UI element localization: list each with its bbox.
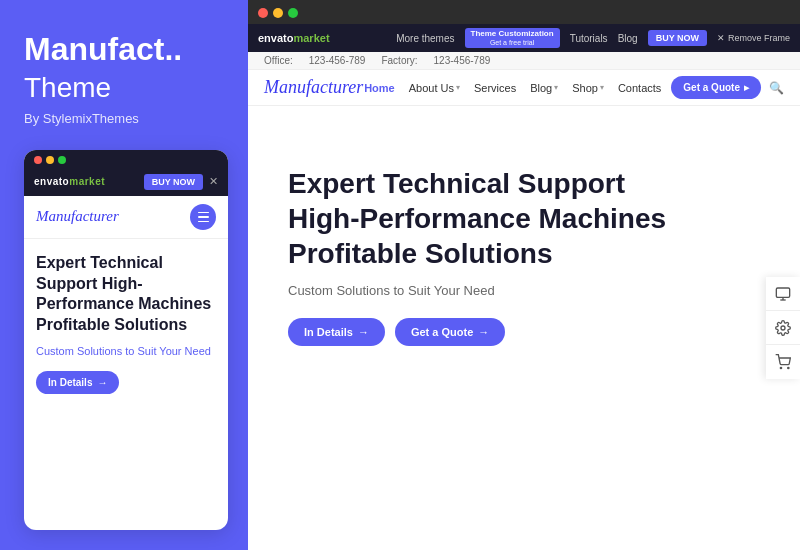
tutorials-link[interactable]: Tutorials [570, 33, 608, 44]
hero-area: Expert Technical Support High-Performanc… [248, 106, 800, 550]
buy-now-button-desktop[interactable]: BUY NOW [648, 30, 707, 46]
nav-about[interactable]: About Us ▾ [409, 82, 460, 94]
office-label: Office: [264, 55, 293, 66]
browser-chrome [248, 0, 800, 24]
mobile-hero-subtitle: Custom Solutions to Suit Your Need [36, 344, 216, 359]
nav-links: Home About Us ▾ Services Blog ▾ Shop ▾ C… [364, 82, 661, 94]
remove-frame-button[interactable]: ✕ Remove Frame [717, 33, 790, 43]
hero-subtitle: Custom Solutions to Suit Your Need [288, 283, 688, 298]
browser-dot-green [288, 8, 298, 18]
buy-now-button-mobile[interactable]: BUY NOW [144, 174, 203, 190]
arrow-icon: → [478, 326, 489, 338]
left-panel: Manufact.. Theme By StylemixThemes envat… [0, 0, 248, 550]
nav-home[interactable]: Home [364, 82, 395, 94]
site-info-bar: Office: 123-456-789 Factory: 123-456-789 [248, 52, 800, 70]
brand-subtitle: Theme [24, 71, 228, 105]
dot-green [58, 156, 66, 164]
nav-blog[interactable]: Blog ▾ [530, 82, 558, 94]
blog-link[interactable]: Blog [618, 33, 638, 44]
hamburger-button[interactable] [190, 204, 216, 230]
svg-rect-0 [776, 288, 789, 297]
dot-yellow [46, 156, 54, 164]
chevron-down-icon: ▾ [600, 83, 604, 92]
envato-admin-bar: envatomarket More themes Theme Customiza… [248, 24, 800, 52]
mobile-hero-title: Expert Technical Support High-Performanc… [36, 253, 216, 336]
cart-icon[interactable] [766, 345, 800, 379]
nav-contacts[interactable]: Contacts [618, 82, 661, 94]
right-panel: envatomarket More themes Theme Customiza… [248, 0, 800, 550]
mobile-envato-bar: envatomarket BUY NOW ✕ [24, 170, 228, 196]
side-icons-panel [766, 277, 800, 379]
get-quote-button[interactable]: Get a Quote ▸ [671, 76, 761, 99]
nav-shop[interactable]: Shop ▾ [572, 82, 604, 94]
office-phone: 123-456-789 [309, 55, 366, 66]
mobile-top-bar [24, 150, 228, 170]
chevron-down-icon: ▾ [456, 83, 460, 92]
search-icon[interactable]: 🔍 [769, 81, 784, 95]
mobile-window-dots [34, 156, 66, 164]
close-button-mobile[interactable]: ✕ [209, 175, 218, 188]
browser-dot-yellow [273, 8, 283, 18]
svg-point-3 [781, 326, 785, 330]
dot-red [34, 156, 42, 164]
envato-logo-mobile: envatomarket [34, 176, 105, 187]
browser-dot-red [258, 8, 268, 18]
envato-nav: More themes Theme Customization Get a fr… [396, 28, 790, 48]
mobile-mockup: envatomarket BUY NOW ✕ Manufacturer Expe… [24, 150, 228, 530]
close-icon: ✕ [717, 33, 725, 43]
monitor-icon[interactable] [766, 277, 800, 311]
mobile-site-logo: Manufacturer [36, 208, 119, 225]
browser-window-dots [258, 8, 790, 18]
site-nav-bar: Manufacturer Home About Us ▾ Services Bl… [248, 70, 800, 106]
svg-point-5 [788, 368, 789, 369]
get-quote-hero-button[interactable]: Get a Quote → [395, 318, 505, 346]
arrow-icon: ▸ [744, 82, 749, 93]
chevron-down-icon: ▾ [554, 83, 558, 92]
arrow-icon: → [97, 377, 107, 388]
factory-label: Factory: [381, 55, 417, 66]
settings-icon[interactable] [766, 311, 800, 345]
factory-phone: 123-456-789 [434, 55, 491, 66]
envato-logo-desktop: envatomarket [258, 32, 330, 44]
site-logo: Manufacturer [264, 77, 363, 98]
theme-customization-button[interactable]: Theme Customization Get a free trial [465, 28, 560, 48]
nav-services[interactable]: Services [474, 82, 516, 94]
in-details-button[interactable]: In Details → [288, 318, 385, 346]
brand-author: By StylemixThemes [24, 111, 228, 126]
more-themes-link[interactable]: More themes [396, 33, 454, 44]
arrow-icon: → [358, 326, 369, 338]
hero-title: Expert Technical Support High-Performanc… [288, 166, 688, 271]
mobile-logo-bar: Manufacturer [24, 196, 228, 239]
svg-point-4 [780, 368, 781, 369]
hero-buttons: In Details → Get a Quote → [288, 318, 688, 346]
hero-content: Expert Technical Support High-Performanc… [248, 106, 728, 550]
brand-title: Manufact.. [24, 32, 228, 67]
mobile-hero-section: Expert Technical Support High-Performanc… [24, 239, 228, 409]
mobile-in-details-button[interactable]: In Details → [36, 371, 119, 394]
